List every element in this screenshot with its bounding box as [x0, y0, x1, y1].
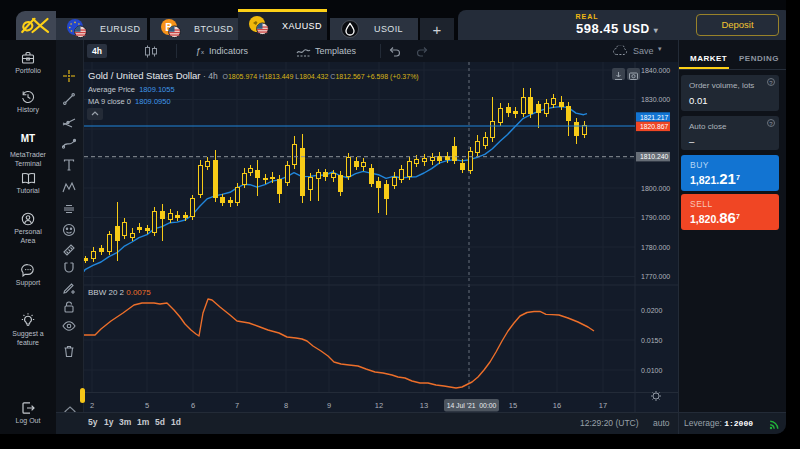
svg-text:1780.000: 1780.000 [641, 244, 670, 251]
svg-text:0.0200: 0.0200 [641, 307, 663, 314]
svg-text:8: 8 [284, 401, 288, 410]
svg-text:1790.000: 1790.000 [641, 214, 670, 221]
svg-text:0.0100: 0.0100 [641, 367, 663, 374]
svg-text:1800.000: 1800.000 [641, 185, 670, 192]
svg-text:1830.000: 1830.000 [641, 96, 670, 103]
svg-text:14 Jul '21 00:00: 14 Jul '21 00:00 [447, 402, 497, 409]
svg-text:12: 12 [375, 401, 383, 410]
svg-text:5: 5 [145, 401, 149, 410]
svg-text:BBW 20 2 0.0075: BBW 20 2 0.0075 [88, 288, 151, 297]
svg-text:2: 2 [90, 401, 94, 410]
svg-text:1840.000: 1840.000 [641, 67, 670, 74]
svg-text:7: 7 [235, 401, 239, 410]
svg-text:16: 16 [553, 401, 561, 410]
svg-text:0.0150: 0.0150 [641, 337, 663, 344]
svg-text:9: 9 [327, 401, 331, 410]
svg-text:1820.867: 1820.867 [640, 123, 669, 130]
svg-text:1821.217: 1821.217 [640, 114, 669, 121]
svg-text:13: 13 [420, 401, 428, 410]
svg-text:1810.240: 1810.240 [640, 153, 669, 160]
svg-text:1770.000: 1770.000 [641, 273, 670, 280]
svg-text:6: 6 [191, 401, 195, 410]
svg-text:15: 15 [509, 401, 517, 410]
svg-text:17: 17 [599, 401, 607, 410]
